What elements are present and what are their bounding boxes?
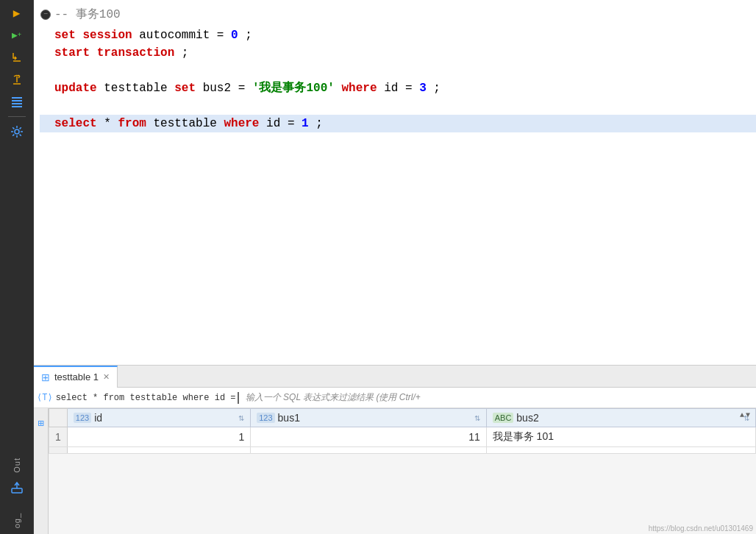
text-testtable-1: testtable xyxy=(104,82,174,95)
list-icon[interactable] xyxy=(7,91,27,112)
col-header-id[interactable]: 123 id ⇅ xyxy=(67,409,250,427)
kw-start: start xyxy=(54,46,90,60)
code-line-2: start transaction ; xyxy=(40,44,756,62)
code-line-comment: − -- 事务100 xyxy=(40,6,756,24)
scroll-arrows: ▲ ▼ xyxy=(740,411,750,419)
num-0: 0 xyxy=(231,29,238,42)
svg-point-7 xyxy=(15,129,19,134)
semi-3: ; xyxy=(433,82,441,95)
sort-icon-id[interactable]: ⇅ xyxy=(238,414,244,422)
collapse-button[interactable]: − xyxy=(40,10,51,20)
semi-1: ; xyxy=(245,29,252,42)
num-1: 1 xyxy=(302,117,309,130)
table-row-empty xyxy=(49,447,756,454)
step-into-icon[interactable] xyxy=(7,47,27,68)
code-editor[interactable]: − -- 事务100 set session autocommit = 0 ; xyxy=(34,0,756,365)
empty-line-2 xyxy=(40,97,756,115)
kw-where-4: where xyxy=(224,117,259,130)
scroll-up-arrow[interactable]: ▲ xyxy=(740,411,744,419)
code-line-4: select * from testtable where id = 1 ; xyxy=(40,115,756,132)
table-row: 1 1 11 我是事务 101 xyxy=(49,427,756,447)
cell-id-empty[interactable] xyxy=(67,447,250,454)
bottom-panel: ⊞ testtable 1 ✕ ⟨T⟩ select * from testta… xyxy=(34,365,756,534)
sidebar-divider xyxy=(8,116,26,117)
kw-where-3: where xyxy=(342,82,377,95)
text-bus2-1: bus2 = xyxy=(203,82,252,95)
grid-icon[interactable]: ⊞ xyxy=(38,417,43,430)
cell-id-1[interactable]: 1 xyxy=(67,427,250,447)
svg-rect-8 xyxy=(12,488,22,493)
comment-line-content: -- 事务100 xyxy=(51,6,756,24)
col-name-bus1: bus1 xyxy=(278,412,300,424)
kw-set-3: set xyxy=(174,82,196,95)
semi-2: ; xyxy=(182,46,189,60)
log-label: og_ xyxy=(13,513,21,528)
run-add-icon[interactable]: ▶+ xyxy=(7,25,27,46)
svg-rect-6 xyxy=(12,106,22,107)
row-num-empty xyxy=(49,447,68,454)
table-header-row: 123 id ⇅ 123 bus1 ⇅ xyxy=(49,409,756,427)
run-icon[interactable]: ▶ xyxy=(7,3,27,24)
sidebar: ▶ ▶+ Out xyxy=(0,0,34,534)
main-area: − -- 事务100 set session autocommit = 0 ; xyxy=(34,0,756,534)
bottom-panel-inner: 格 图格 ⊞ ▲ ▼ 123 xyxy=(34,408,756,534)
scroll-down-arrow[interactable]: ▼ xyxy=(746,411,750,419)
line-3-content: update testtable set bus2 = '我是事务100' wh… xyxy=(51,79,756,97)
str-val: '我是事务100' xyxy=(252,82,335,95)
col-type-id: 123 xyxy=(74,413,91,423)
code-line-1: set session autocommit = 0 ; xyxy=(40,26,756,44)
sql-filter-cursor[interactable] xyxy=(238,392,244,404)
sort-icon-bus1[interactable]: ⇅ xyxy=(474,414,480,422)
line-4-content: select * from testtable where id = 1 ; xyxy=(51,115,756,132)
cell-bus2-empty[interactable] xyxy=(486,447,755,454)
line-1-content: set session autocommit = 0 ; xyxy=(51,26,756,44)
col-type-bus2: ABC xyxy=(493,413,514,423)
collapse-gutter[interactable]: − xyxy=(40,10,51,20)
left-labels: 格 图格 ⊞ xyxy=(34,408,49,534)
kw-update: update xyxy=(54,82,97,95)
sql-filter-bar[interactable]: ⟨T⟩ select * from testtable where id = 输… xyxy=(34,388,756,408)
empty-line xyxy=(40,62,756,79)
code-line-3: update testtable set bus2 = '我是事务100' wh… xyxy=(40,79,756,97)
sql-filter-prefix: select * from testtable where id = xyxy=(56,393,236,403)
tab-testtable[interactable]: ⊞ testtable 1 ✕ xyxy=(34,366,118,388)
comment-text: -- 事务100 xyxy=(54,8,121,21)
kw-session: session xyxy=(82,29,132,42)
sql-filter-placeholder: 输入一个 SQL 表达式来过滤结果 (使用 Ctrl/+ xyxy=(246,391,421,404)
svg-rect-5 xyxy=(12,103,22,104)
col-type-bus1: 123 xyxy=(257,413,274,423)
tab-label: testtable 1 xyxy=(54,371,99,382)
text-star: * xyxy=(104,117,118,130)
table-container[interactable]: ▲ ▼ 123 id ⇅ xyxy=(49,408,756,534)
kw-select: select xyxy=(54,117,97,130)
text-id-3: id = xyxy=(384,82,412,95)
semi-4: ; xyxy=(315,117,323,130)
text-testtable-2: testtable xyxy=(153,117,224,130)
cell-bus2-1[interactable]: 我是事务 101 xyxy=(486,427,755,447)
col-header-bus2[interactable]: ABC bus2 ⇅ xyxy=(486,409,755,427)
num-3: 3 xyxy=(419,82,427,95)
tab-close-button[interactable]: ✕ xyxy=(103,372,110,382)
tab-bar: ⊞ testtable 1 ✕ xyxy=(34,366,756,388)
line-2-content: start transaction ; xyxy=(51,44,756,62)
gear-icon[interactable] xyxy=(7,121,27,142)
col-name-id: id xyxy=(94,412,102,424)
col-header-bus1[interactable]: 123 bus1 ⇅ xyxy=(251,409,486,427)
step-over-icon[interactable] xyxy=(7,69,27,90)
col-name-bus2: bus2 xyxy=(516,412,538,424)
tab-table-icon: ⊞ xyxy=(41,371,50,383)
svg-rect-3 xyxy=(12,97,22,99)
kw-set: set xyxy=(54,29,76,42)
code-lines: − -- 事务100 set session autocommit = 0 ; xyxy=(34,0,756,138)
kw-transaction: transaction xyxy=(97,46,175,60)
export-icon[interactable] xyxy=(7,477,27,498)
kw-from: from xyxy=(118,117,146,130)
sql-filter-icon: ⟨T⟩ xyxy=(37,392,53,403)
cell-bus1-1[interactable]: 11 xyxy=(251,427,486,447)
svg-rect-4 xyxy=(12,100,22,102)
watermark: https://blog.csdn.net/u01301469 xyxy=(649,524,753,533)
text-id-4: id = xyxy=(266,117,302,130)
data-table: 123 id ⇅ 123 bus1 ⇅ xyxy=(49,408,756,454)
cell-bus1-empty[interactable] xyxy=(251,447,486,454)
text-autocommit: autocommit = xyxy=(139,29,231,42)
